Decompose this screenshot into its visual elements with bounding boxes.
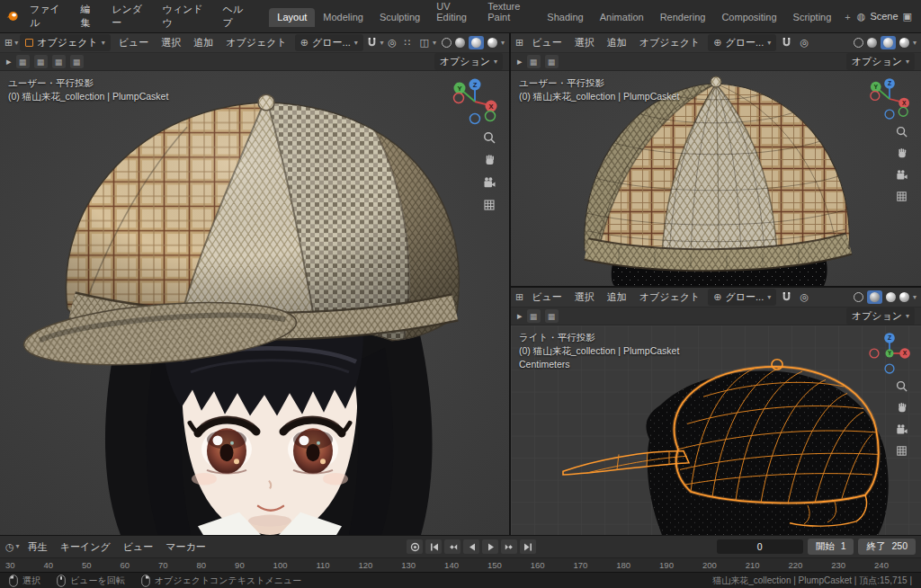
zoom-icon[interactable] xyxy=(895,125,908,138)
viewport-menu-item[interactable]: ビュー xyxy=(525,288,568,307)
shading-solid-active[interactable] xyxy=(867,290,882,304)
shading-rendered-icon[interactable] xyxy=(899,292,909,302)
topbar-menu-item[interactable]: ウィンドウ xyxy=(156,0,216,32)
proportional-editing-icon[interactable]: ◎ xyxy=(796,290,812,305)
jump-to-start-button[interactable] xyxy=(425,539,442,554)
camera-view-icon[interactable] xyxy=(895,423,908,436)
tab-scripting[interactable]: Scripting xyxy=(785,8,840,27)
viewport-menu-item[interactable]: 追加 xyxy=(601,33,633,52)
timeline-ruler[interactable]: 3040506070809010011012013014015016017018… xyxy=(0,557,921,572)
view-axis-gizmo[interactable]: Z X Y xyxy=(866,330,913,377)
shading-solid-icon[interactable] xyxy=(455,38,465,48)
tab-modeling[interactable]: Modeling xyxy=(315,8,371,27)
tool-chip-2[interactable]: ▦ xyxy=(545,55,559,68)
options-dropdown[interactable]: オプション ▾ xyxy=(434,53,503,70)
next-keyframe-button[interactable] xyxy=(501,539,517,554)
zoom-icon[interactable] xyxy=(482,130,496,145)
shading-caret[interactable]: ▾ xyxy=(913,294,917,301)
zoom-icon[interactable] xyxy=(895,379,908,393)
viewport-menu-item[interactable]: 追加 xyxy=(601,288,633,307)
shading-wireframe-icon[interactable] xyxy=(854,38,863,48)
tab-uv-editing[interactable]: UV Editing xyxy=(428,0,479,27)
play-button[interactable] xyxy=(482,539,498,554)
frame-start-field[interactable]: 開始1 xyxy=(808,539,854,555)
tool-chip-4[interactable]: ▦ xyxy=(70,55,84,68)
tool-chip-1[interactable]: ▦ xyxy=(16,55,30,68)
transform-orientation-selector[interactable]: ⊕ グロー... ▾ xyxy=(295,34,363,51)
transform-orientation-selector[interactable]: ⊕ グロー... ▾ xyxy=(708,289,776,306)
blender-logo-icon[interactable] xyxy=(5,9,20,23)
frame-end-field[interactable]: 終了250 xyxy=(858,539,916,555)
snap-magnet-icon[interactable] xyxy=(365,35,379,50)
auto-keying-toggle[interactable] xyxy=(407,539,423,554)
shading-material-active[interactable] xyxy=(881,36,896,49)
topbar-menu-item[interactable]: レンダー xyxy=(105,0,156,32)
mode-selector[interactable]: オブジェクト ▾ xyxy=(20,34,111,51)
snap-magnet-icon[interactable] xyxy=(778,35,794,50)
tool-chip-1[interactable]: ▦ xyxy=(527,309,541,323)
tab-compositing[interactable]: Compositing xyxy=(713,8,784,27)
timeline-menu-item[interactable]: ビュー xyxy=(117,538,160,557)
prev-keyframe-button[interactable] xyxy=(444,539,460,554)
proportional-editing-icon[interactable]: ◎ xyxy=(796,35,812,50)
snap-magnet-icon[interactable] xyxy=(778,290,794,305)
shading-caret[interactable]: ▾ xyxy=(501,40,505,47)
viewport-menu-item[interactable]: 選択 xyxy=(568,33,601,52)
viewport-main-canvas[interactable]: ユーザー・平行投影 (0) 猫山来花_collection | PlumpCas… xyxy=(0,71,509,535)
shading-caret[interactable]: ▾ xyxy=(913,40,917,47)
ortho-grid-icon[interactable] xyxy=(895,444,908,458)
shading-wireframe-icon[interactable] xyxy=(442,38,452,48)
viewport-side-canvas[interactable]: ライト・平行投影 (0) 猫山来花_collection | PlumpCask… xyxy=(511,325,921,535)
viewport-menu-item[interactable]: 選択 xyxy=(568,288,601,307)
editor-type-icon[interactable]: ⊞ xyxy=(515,37,523,49)
timeline-menu-item[interactable]: 再生 xyxy=(22,538,54,557)
timeline-menu-item[interactable]: マーカー xyxy=(159,538,212,557)
view-axis-gizmo[interactable]: Z X Y xyxy=(449,76,501,128)
shading-material-active[interactable] xyxy=(469,36,484,49)
editor-type-icon[interactable]: ⊞ xyxy=(515,291,523,303)
viewport-menu-item[interactable]: ビュー xyxy=(112,33,156,52)
shading-rendered-icon[interactable] xyxy=(487,38,497,48)
proportional-editing-icon[interactable]: ◎ xyxy=(386,35,399,50)
scene-selector[interactable]: ◍ Scene ▣ xyxy=(857,11,916,22)
play-reverse-button[interactable] xyxy=(463,539,479,554)
viewport-menu-item[interactable]: オブジェクト xyxy=(633,288,707,307)
timeline-menu-item[interactable]: キーイング xyxy=(54,538,117,557)
topbar-menu-item[interactable]: ファイル xyxy=(23,0,74,32)
timeline-editor-icon[interactable]: ◷ xyxy=(5,541,14,553)
shading-rendered-icon[interactable] xyxy=(899,38,909,48)
pan-hand-icon[interactable] xyxy=(895,147,908,160)
shading-wireframe-icon[interactable] xyxy=(854,292,863,302)
topbar-menu-item[interactable]: 編集 xyxy=(74,0,105,32)
tool-chip-3[interactable]: ▦ xyxy=(52,55,66,68)
shading-solid-icon[interactable] xyxy=(867,38,877,48)
overlays-caret[interactable]: ▾ xyxy=(433,40,436,47)
viewport-menu-item[interactable]: オブジェクト xyxy=(219,33,293,52)
tab-rendering[interactable]: Rendering xyxy=(652,8,714,27)
topbar-menu-item[interactable]: ヘルプ xyxy=(216,0,257,32)
tool-chip-1[interactable]: ▦ xyxy=(527,55,541,68)
pan-hand-icon[interactable] xyxy=(895,401,908,414)
viewport-menu-item[interactable]: 追加 xyxy=(187,33,219,52)
tab-texture-paint[interactable]: Texture Paint xyxy=(479,0,539,27)
tab-animation[interactable]: Animation xyxy=(592,8,652,27)
tool-chip-2[interactable]: ▦ xyxy=(34,55,48,68)
viewport-menu-item[interactable]: オブジェクト xyxy=(633,33,707,52)
toolbar-expand-icon[interactable]: ▸ xyxy=(517,56,523,67)
ortho-grid-icon[interactable] xyxy=(895,190,908,203)
editor-type-icon[interactable]: ⊞ xyxy=(4,37,13,49)
viewport-back-canvas[interactable]: ユーザー・平行投影 (0) 猫山来花_collection | PlumpCas… xyxy=(511,71,921,286)
jump-to-end-button[interactable] xyxy=(520,539,536,554)
pivot-point-icon[interactable]: ∷ xyxy=(400,35,414,50)
snap-caret[interactable]: ▾ xyxy=(380,40,384,47)
view-axis-gizmo[interactable]: Z X Y xyxy=(866,76,913,122)
shading-material-icon[interactable] xyxy=(886,292,896,302)
tab-shading[interactable]: Shading xyxy=(539,8,591,27)
options-dropdown[interactable]: オプション ▾ xyxy=(846,53,915,70)
tab-sculpting[interactable]: Sculpting xyxy=(371,8,428,27)
options-dropdown[interactable]: オプション ▾ xyxy=(846,307,915,325)
camera-view-icon[interactable] xyxy=(895,168,908,182)
tab-layout[interactable]: Layout xyxy=(269,8,315,27)
show-gizmo-icon[interactable]: ◫ xyxy=(417,35,431,50)
add-workspace-button[interactable]: + xyxy=(839,8,855,27)
